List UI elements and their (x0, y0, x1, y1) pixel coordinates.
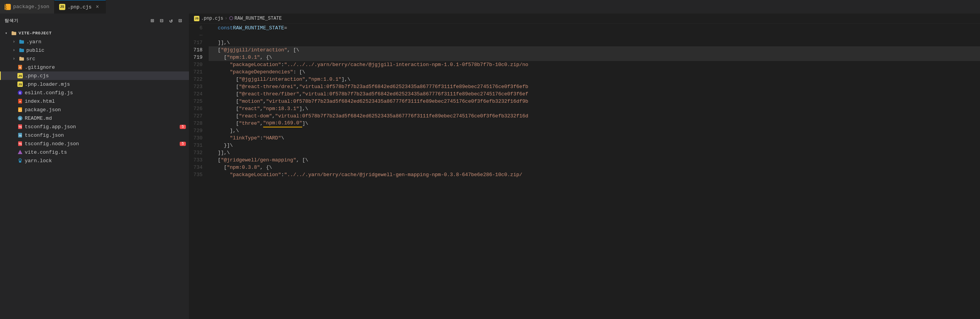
sidebar-item-src[interactable]: › src (0, 54, 189, 63)
tab-label-package-json: package.json (13, 4, 49, 10)
line-number: 725 (192, 98, 202, 105)
sidebar-item-yarn-lock[interactable]: yarn.lock (0, 156, 189, 165)
package-json-label: package.json (25, 107, 189, 113)
readme-file-icon: i (17, 115, 23, 121)
tab-bar: { } package.json JS .pnp.cjs × (0, 0, 980, 14)
readme-label: README.md (25, 115, 189, 121)
vite-config-file-icon (17, 149, 23, 155)
sidebar-item-tsconfig-app[interactable]: TS tsconfig.app.json 5 (0, 122, 189, 131)
code-line-728: ["three", "npm:0.169.0"]\ (209, 120, 980, 127)
sidebar-item-tsconfig[interactable]: TS tsconfig.json (0, 131, 189, 139)
code-line-gap (209, 32, 980, 39)
index-html-label: index.html (25, 98, 189, 104)
line-number: 726 (192, 105, 202, 112)
editor-area: JS .pnp.cjs › ⬡ RAW_RUNTIME_STATE 6 ⋯ 71… (189, 14, 980, 319)
code-line-731: }]\ (209, 142, 980, 149)
line-number: ⋯ (192, 32, 202, 39)
tsconfig-app-label: tsconfig.app.json (25, 124, 178, 130)
line-number: 731 (192, 142, 202, 149)
chevron-right-icon: › (11, 39, 17, 45)
svg-marker-16 (18, 150, 22, 154)
line-number: 728 (192, 120, 202, 127)
tree-root[interactable]: ▾ VITE-PROJECT (0, 29, 189, 37)
file-tree: ▾ VITE-PROJECT › .yarn › (0, 27, 189, 319)
sidebar-item-pnp-cjs[interactable]: JS .pnp.cjs (0, 71, 189, 80)
yarn-lock-file-icon (17, 158, 23, 164)
sidebar-item-index-html[interactable]: H index.html (0, 97, 189, 105)
gitignore-file-icon: G (17, 64, 23, 70)
src-folder-label: src (26, 56, 189, 62)
sidebar: 탐색기 ⊞ ⊟ ↺ ⊡ ▾ VITE-PROJECT › (0, 14, 189, 319)
folder-yarn-icon (19, 39, 25, 45)
svg-text:TS: TS (19, 143, 22, 146)
tsconfig-node-file-icon: TS (17, 141, 23, 147)
tab-pnp-cjs[interactable]: JS .pnp.cjs × (54, 0, 106, 14)
line-number: 717 (192, 39, 202, 46)
sidebar-header: 탐색기 ⊞ ⊟ ↺ ⊡ (0, 14, 189, 27)
tsconfig-app-file-icon: TS (17, 124, 23, 130)
tab-label-pnp-cjs: .pnp.cjs (68, 4, 92, 10)
sidebar-item-package-json[interactable]: {} package.json (0, 105, 189, 114)
tsconfig-file-icon: TS (17, 132, 23, 138)
project-name: VITE-PROJECT (19, 31, 189, 36)
code-editor[interactable]: 6 ⋯ 717 718 719 720 721 722 723 724 725 … (189, 24, 980, 319)
sidebar-item-gitignore[interactable]: G .gitignore (0, 63, 189, 71)
line-number: 722 (192, 76, 202, 83)
sidebar-item-yarn[interactable]: › .yarn (0, 37, 189, 46)
sidebar-item-tsconfig-node[interactable]: TS tsconfig.node.json 5 (0, 139, 189, 148)
new-file-icon[interactable]: ⊞ (149, 17, 157, 24)
code-line-720: "packageLocation": "../../../.yarn/berry… (209, 61, 980, 68)
tab-close-button[interactable]: × (94, 3, 101, 10)
folder-src-icon (19, 56, 25, 62)
gitignore-label: .gitignore (25, 64, 189, 70)
line-number: 6 (192, 24, 202, 32)
refresh-icon[interactable]: ↺ (167, 17, 175, 24)
code-line-727: ["react-dom", "virtual:0f578b7f7b23ad5f6… (209, 112, 980, 120)
line-number: 723 (192, 83, 202, 90)
code-line-717: ]],\ (209, 39, 980, 46)
breadcrumb: JS .pnp.cjs › ⬡ RAW_RUNTIME_STATE (189, 14, 980, 24)
public-folder-label: public (26, 48, 189, 53)
package-json-file-icon: {} (17, 107, 23, 113)
sidebar-item-vite-config[interactable]: vite.config.ts (0, 148, 189, 156)
breadcrumb-separator: › (225, 16, 228, 21)
tab-package-json[interactable]: { } package.json (0, 0, 54, 14)
pnp-loader-file-icon: JS (17, 81, 23, 87)
main-layout: 탐색기 ⊞ ⊟ ↺ ⊡ ▾ VITE-PROJECT › (0, 14, 980, 319)
pnp-cjs-file-icon: JS (17, 73, 23, 79)
line-number: 734 (192, 164, 202, 171)
line-number: 732 (192, 149, 202, 156)
code-line-719: ["npm:1.0.1", {\ (209, 54, 980, 61)
html-file-icon: H (17, 98, 23, 104)
code-line-732: ]],\ (209, 149, 980, 156)
collapse-icon[interactable]: ⊡ (177, 17, 184, 24)
line-number: 733 (192, 156, 202, 164)
code-line-729: ],\ (209, 127, 980, 134)
sidebar-item-eslint[interactable]: E eslint.config.js (0, 88, 189, 97)
svg-text:G: G (19, 66, 21, 69)
code-content[interactable]: const RAW_RUNTIME_STATE = ]],\ 💡 ["@jgjg… (209, 24, 980, 319)
line-number: 724 (192, 90, 202, 98)
code-line-722: ["@jgjgill/interaction", "npm:1.0.1"],\ (209, 76, 980, 83)
tab-icon-js: JS (59, 4, 65, 10)
code-line-721: "packageDependencies": [\ (209, 68, 980, 76)
yarn-lock-label: yarn.lock (25, 158, 189, 164)
sidebar-header-icons: ⊞ ⊟ ↺ ⊡ (149, 17, 184, 24)
chevron-down-icon: ▾ (3, 30, 9, 36)
svg-text:E: E (19, 92, 21, 95)
code-line-735: "packageLocation": "../../.yarn/berry/ca… (209, 171, 980, 178)
code-line-725: ["motion", "virtual:0f578b7f7b23ad5f6842… (209, 98, 980, 105)
code-line-724: ["@react-three/fiber", "virtual:0f578b7f… (209, 90, 980, 98)
sidebar-item-pnp-loader[interactable]: JS .pnp.loader.mjs (0, 80, 189, 88)
line-number: 720 (192, 61, 202, 68)
vite-config-label: vite.config.ts (25, 149, 189, 155)
svg-text:{}: {} (19, 109, 22, 112)
sidebar-item-public[interactable]: › public (0, 46, 189, 54)
sidebar-item-readme[interactable]: i README.md (0, 114, 189, 122)
folder-public-icon (19, 47, 25, 53)
svg-rect-18 (19, 161, 21, 163)
yarn-folder-label: .yarn (26, 39, 189, 45)
new-folder-icon[interactable]: ⊟ (158, 17, 166, 24)
line-number-active: 719 (192, 54, 202, 61)
svg-text:i: i (19, 117, 21, 120)
